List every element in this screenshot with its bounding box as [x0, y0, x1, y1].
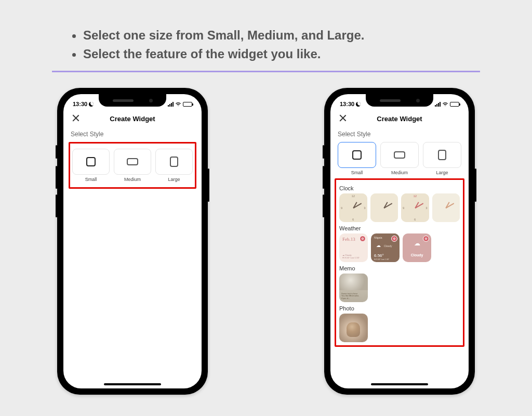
phone-notch: [366, 94, 433, 107]
photo-widget-1[interactable]: [339, 314, 368, 342]
battery-icon: [450, 102, 459, 107]
highlight-area-sizes: Small Medium Large: [69, 142, 196, 189]
wifi-icon: [175, 102, 181, 107]
clock-widget-3[interactable]: 12 6 9 3: [401, 193, 429, 222]
weather-location: Niigata: [374, 236, 382, 239]
close-icon[interactable]: [339, 114, 347, 122]
side-button: [56, 145, 57, 159]
size-option-medium[interactable]: [114, 149, 151, 175]
size-label-medium: Medium: [114, 177, 151, 182]
category-header-photo: Photo: [339, 305, 460, 311]
side-button: [323, 145, 324, 159]
side-button: [323, 194, 324, 217]
weather-range: Hi 9.56° Low 1.56°: [374, 258, 389, 261]
size-label-small: Small: [72, 177, 110, 182]
nav-title: Create Widget: [377, 115, 422, 123]
clock-widget-4[interactable]: [432, 193, 460, 222]
divider: [52, 71, 480, 72]
memo-text: Some text is here You like Minimalist, i…: [341, 293, 366, 300]
size-option-small[interactable]: [338, 142, 376, 168]
close-icon[interactable]: [72, 114, 80, 122]
cloud-icon: ☁: [414, 240, 420, 247]
home-indicator: [104, 383, 161, 385]
side-button: [323, 166, 324, 189]
side-button: [208, 168, 209, 202]
phone-notch: [99, 94, 166, 107]
size-label-large: Large: [155, 177, 193, 182]
weather-widget-2[interactable]: Niigata ☁ Cloudy 6.56° Hi 9.56° Low 1.56…: [371, 233, 400, 262]
signal-icon: [435, 102, 441, 107]
premium-badge-icon: [423, 236, 429, 242]
phone-mockup-left: 13:30 Create Widget: [57, 88, 208, 395]
do-not-disturb-icon: [89, 102, 94, 107]
memo-widget-1[interactable]: Some text is here You like Minimalist, i…: [339, 274, 368, 302]
instruction-item: Select one size from Small, Medium, and …: [83, 26, 480, 45]
cloud-icon: ☁: [376, 243, 381, 248]
wifi-icon: [442, 102, 448, 107]
nav-bar: Create Widget: [330, 110, 469, 127]
category-header-memo: Memo: [339, 265, 460, 271]
side-button: [475, 168, 476, 202]
size-label-medium: Medium: [380, 170, 419, 175]
home-indicator: [371, 383, 428, 385]
weather-widget-3[interactable]: ☁ Cloudy: [403, 233, 431, 262]
side-button: [56, 194, 57, 217]
size-label-small: Small: [338, 170, 376, 175]
category-header-weather: Weather: [339, 225, 460, 231]
section-header-select-style: Select Style: [71, 131, 194, 138]
side-button: [56, 166, 57, 189]
size-label-large: Large: [423, 170, 461, 175]
do-not-disturb-icon: [356, 102, 361, 107]
premium-badge-icon: [391, 236, 397, 242]
category-header-clock: Clock: [339, 185, 460, 191]
highlight-area-features: Clock 12 6 9 3: [335, 178, 464, 347]
section-header-select-style: Select Style: [338, 131, 461, 138]
premium-badge-icon: [360, 236, 366, 242]
size-option-large[interactable]: [155, 149, 193, 175]
size-option-large[interactable]: [423, 142, 461, 168]
instruction-item: Select the feature of the widget you lik…: [83, 45, 480, 63]
phone-mockup-right: 13:30 Create Widget: [324, 88, 475, 395]
size-option-small[interactable]: [72, 149, 110, 175]
memo-image: [339, 274, 368, 290]
weather-widget-1[interactable]: Feb.13 ☁ Cloudy Hi 9.56° Low 1.56°: [339, 233, 368, 262]
weather-temp: 6.56°: [374, 253, 384, 258]
status-time: 13:30: [73, 101, 87, 107]
weather-date: Feb.13: [342, 237, 355, 242]
weather-condition: Cloudy: [384, 244, 392, 248]
clock-widget-1[interactable]: 12 6 9 3: [339, 193, 367, 222]
signal-icon: [168, 102, 174, 107]
battery-icon: [183, 102, 192, 107]
nav-bar: Create Widget: [63, 110, 202, 127]
clock-widget-2[interactable]: [370, 193, 398, 222]
nav-title: Create Widget: [110, 115, 155, 123]
size-option-medium[interactable]: [380, 142, 419, 168]
instructions-list: Select one size from Small, Medium, and …: [52, 26, 480, 63]
weather-detail: ☁ Cloudy Hi 9.56° Low 1.56°: [342, 254, 360, 259]
weather-condition: Cloudy: [403, 253, 431, 257]
status-time: 13:30: [340, 101, 354, 107]
